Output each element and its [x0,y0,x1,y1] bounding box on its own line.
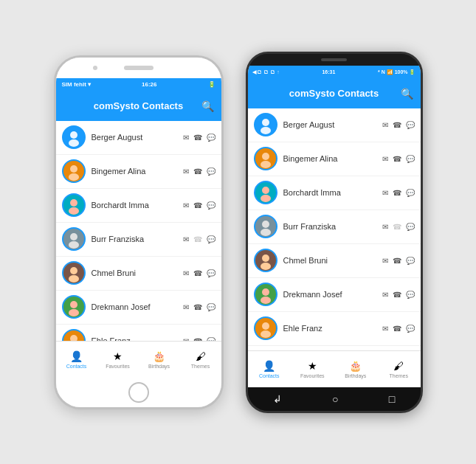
nav-item-contacts[interactable]: 👤 Contacts [248,360,292,378]
sms-icon[interactable]: 💬 [406,223,415,231]
email-icon[interactable]: ✉ [382,155,388,163]
contact-actions: ✉ ☎ 💬 [183,134,215,142]
sms-icon[interactable]: 💬 [207,303,215,311]
email-icon[interactable]: ✉ [382,325,388,333]
email-icon[interactable]: ✉ [183,134,189,142]
nav-item-themes[interactable]: 🖌 Themes [180,350,221,369]
contact-item[interactable]: Borchardt Imma ✉ ☎ 💬 [248,176,421,210]
contact-actions: ✉ ☎ 💬 [183,269,215,277]
contact-item[interactable]: Drekmann Josef ✉ ☎ 💬 [248,278,421,312]
contact-name: Borchardt Imma [283,188,382,197]
svg-point-8 [69,207,79,215]
contact-item[interactable]: Ehle Franz ✉ ☎ 💬 [248,312,421,346]
contact-item[interactable]: Bingemer Alina ✉ ☎ 💬 [56,155,221,189]
phone-icon[interactable]: ☎ [193,201,202,210]
nav-item-themes[interactable]: 🖌 Themes [377,360,421,378]
nav-item-birthdays[interactable]: 🎂 Birthdays [334,360,378,378]
sms-icon[interactable]: 💬 [406,291,415,299]
contact-avatar [62,159,86,183]
contact-avatar [62,125,86,149]
phone-icon[interactable]: ☎ [193,269,202,277]
phone-icon[interactable]: ☎ [393,223,401,231]
svg-point-32 [261,195,271,202]
email-icon[interactable]: ✉ [382,291,388,299]
iphone-top [56,58,221,78]
phone-icon[interactable]: ☎ [393,121,401,129]
phone-icon[interactable]: ☎ [393,325,401,333]
contact-item[interactable]: Burr Franziska ✉ ☎ 💬 [248,210,421,244]
android-speaker [321,58,347,61]
phone-icon[interactable]: ☎ [193,235,202,243]
phone-icon[interactable]: ☎ [193,167,202,176]
contact-item[interactable]: Burr Franziska ✉ ☎ 💬 [56,223,221,257]
phone-icon[interactable]: ☎ [393,189,401,197]
nav-item-birthdays[interactable]: 🎂 Birthdays [139,350,180,369]
sms-icon[interactable]: 💬 [406,121,415,129]
phone-icon[interactable]: ☎ [393,257,401,265]
android-home-button[interactable]: ○ [332,393,338,405]
themes-nav-icon: 🖌 [196,350,206,362]
email-icon[interactable]: ✉ [183,167,189,176]
contact-name: Berger August [283,120,382,129]
email-icon[interactable]: ✉ [382,189,388,197]
contact-item[interactable]: Ehle Franz ✉ ☎ 💬 [56,325,221,341]
nav-item-favourites[interactable]: ★ Favourites [97,350,139,369]
birthdays-nav-icon: 🎂 [153,350,165,362]
email-icon[interactable]: ✉ [382,121,388,129]
contact-name: Bingemer Alina [283,154,382,163]
iphone-app-header: comSysto Contacts 🔍 [56,91,221,121]
contacts-nav-label: Contacts [66,364,87,369]
contact-item[interactable]: Drekmann Josef ✉ ☎ 💬 [56,291,221,325]
svg-point-26 [261,127,271,134]
contact-name: Drekmann Josef [283,290,382,299]
nav-item-contacts[interactable]: 👤 Contacts [56,350,97,369]
sms-icon[interactable]: 💬 [406,257,415,265]
svg-point-44 [261,330,271,338]
iphone-home-button[interactable] [128,382,149,403]
android-status-left: ◀ 🗋 🗋 🗋 ↑ [252,69,280,75]
android-contact-list: Berger August ✉ ☎ 💬 Bingemer Alina ✉ ☎ 💬 [248,108,421,350]
svg-point-4 [70,165,77,173]
nav-item-favourites[interactable]: ★ Favourites [291,360,334,378]
contact-item[interactable]: Berger August ✉ ☎ 💬 [56,121,221,155]
phone-icon[interactable]: ☎ [193,134,202,142]
contact-avatar [254,181,277,204]
svg-point-35 [261,229,271,236]
sms-icon[interactable]: 💬 [207,134,215,142]
contact-actions: ✉ ☎ 💬 [382,155,415,163]
sms-icon[interactable]: 💬 [406,189,415,197]
email-icon[interactable]: ✉ [382,223,388,231]
contact-name: Berger August [92,133,183,142]
contact-item[interactable]: Bingemer Alina ✉ ☎ 💬 [248,142,421,176]
sms-icon[interactable]: 💬 [207,235,215,243]
contact-avatar [254,283,277,306]
contact-item[interactable]: Chmel Bruni ✉ ☎ 💬 [56,257,221,291]
sms-icon[interactable]: 💬 [207,201,215,210]
android-recents-button[interactable]: □ [389,393,395,405]
svg-point-14 [69,275,79,283]
phone-icon[interactable]: ☎ [393,291,401,299]
iphone-search-icon[interactable]: 🔍 [201,100,214,112]
android-back-button[interactable]: ↲ [273,393,282,405]
contact-item[interactable]: Borchardt Imma ✉ ☎ 💬 [56,189,221,223]
email-icon[interactable]: ✉ [183,235,189,243]
email-icon[interactable]: ✉ [183,269,189,277]
email-icon[interactable]: ✉ [183,201,189,210]
android-search-icon[interactable]: 🔍 [401,88,413,100]
svg-point-10 [70,233,77,240]
sms-icon[interactable]: 💬 [406,325,415,333]
phone-icon[interactable]: ☎ [193,303,202,311]
contact-avatar [254,147,277,170]
contact-item[interactable]: Chmel Bruni ✉ ☎ 💬 [248,244,421,278]
sms-icon[interactable]: 💬 [207,269,215,277]
email-icon[interactable]: ✉ [183,303,189,311]
contact-item[interactable]: Berger August ✉ ☎ 💬 [248,108,421,142]
sms-icon[interactable]: 💬 [207,167,215,176]
android-status-bar: ◀ 🗋 🗋 🗋 ↑ 16:31 * N 📶 100% 🔋 [248,66,421,79]
phone-icon[interactable]: ☎ [393,155,401,163]
contact-avatar [62,261,86,285]
sms-icon[interactable]: 💬 [406,155,415,163]
svg-point-28 [262,153,269,160]
svg-point-25 [262,119,269,126]
email-icon[interactable]: ✉ [382,257,388,265]
